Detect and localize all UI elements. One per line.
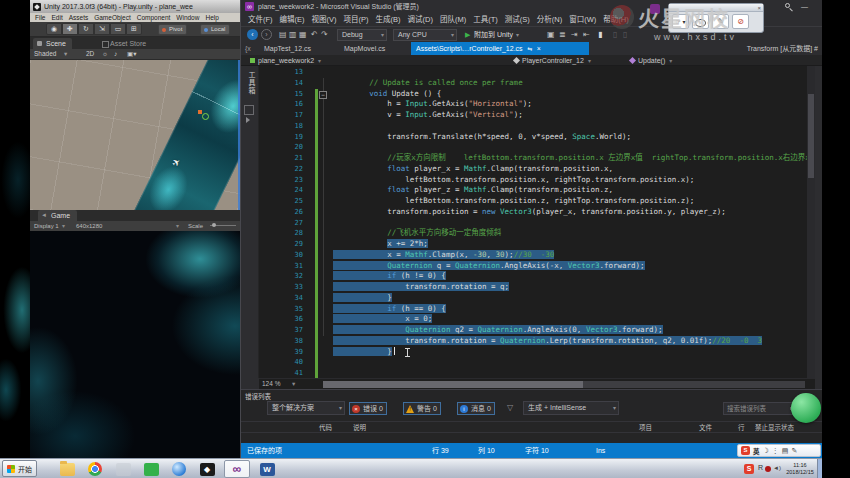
horizontal-scrollbar[interactable] bbox=[323, 381, 805, 388]
hand-tool-icon[interactable] bbox=[46, 23, 62, 35]
code-line-39[interactable]: 39 } bbox=[259, 347, 815, 358]
vs-menu-7[interactable]: 工具(T) bbox=[473, 13, 498, 26]
annotation-toolbar[interactable] bbox=[668, 3, 764, 33]
vs-menu-0[interactable]: 文件(F) bbox=[248, 13, 273, 26]
punctuation-icon[interactable] bbox=[772, 446, 779, 455]
code-line-25[interactable]: 25 leftBottom.transform.position.z, righ… bbox=[259, 196, 815, 207]
tab-maptest[interactable]: MapTest_12.cs bbox=[259, 42, 316, 55]
code-line-40[interactable]: 40 bbox=[259, 357, 815, 368]
scene-view[interactable] bbox=[30, 60, 240, 210]
navigate-forward-icon[interactable]: › bbox=[261, 29, 272, 40]
local-button[interactable]: Local bbox=[200, 24, 230, 35]
purple-tray-icon[interactable] bbox=[650, 4, 660, 14]
scale-tool-icon[interactable] bbox=[94, 23, 110, 35]
comment-icon[interactable]: ▣ bbox=[547, 29, 555, 41]
level-background-sprite[interactable] bbox=[120, 60, 240, 210]
vs-menu-10[interactable]: 窗口(W) bbox=[569, 13, 596, 26]
code-line-13[interactable]: 13 bbox=[259, 67, 815, 78]
expand-arrow-icon[interactable] bbox=[246, 117, 250, 123]
code-line-28[interactable]: 28 //飞机水平方向移动一定角度倾斜 bbox=[259, 228, 815, 239]
error-scope-dropdown[interactable]: 整个解决方案 bbox=[267, 401, 345, 415]
unity-titlebar[interactable]: Unity 2017.3.0f3 (64bit) - Play.unity - … bbox=[30, 0, 240, 13]
taskbar-visual-studio-button[interactable] bbox=[224, 460, 250, 478]
indent-icon[interactable]: ⇥ bbox=[571, 29, 578, 41]
unity-menu-6[interactable]: Help bbox=[205, 13, 218, 22]
vs-menu-6[interactable]: 团队(M) bbox=[440, 13, 466, 26]
unity-menu-5[interactable]: Window bbox=[176, 13, 199, 22]
vs-menu-8[interactable]: 测试(S) bbox=[505, 13, 530, 26]
resolution-dropdown[interactable]: 640x1280 bbox=[76, 221, 102, 231]
move-tool-icon[interactable] bbox=[62, 23, 78, 35]
code-line-24[interactable]: 24 float player_z = Mathf.Clamp(transfor… bbox=[259, 185, 815, 196]
code-line-41[interactable]: 41 bbox=[259, 368, 815, 378]
solution-config-dropdown[interactable]: Debug bbox=[337, 29, 387, 41]
code-line-37[interactable]: 37 Quaternion q2 = Quaternion.AngleAxis(… bbox=[259, 325, 815, 336]
2d-toggle[interactable]: 2D bbox=[86, 49, 94, 59]
tray-letter-icon[interactable]: R bbox=[758, 464, 763, 471]
warnings-filter-button[interactable]: 警告 0 bbox=[403, 402, 441, 415]
error-column-0[interactable]: 代码 bbox=[319, 422, 332, 434]
code-line-14[interactable]: 14 // Update is called once per frame bbox=[259, 78, 815, 89]
code-line-35[interactable]: 35 if (h == 0) { bbox=[259, 304, 815, 315]
tray-volume-icon[interactable]: ◄) bbox=[773, 465, 781, 471]
vs-menu-9[interactable]: 分析(N) bbox=[537, 13, 562, 26]
code-line-36[interactable]: 36 x = 0; bbox=[259, 314, 815, 325]
scrollbar-thumb[interactable] bbox=[808, 94, 814, 178]
soft-keyboard-icon[interactable] bbox=[782, 446, 789, 455]
cursor-tool-icon[interactable] bbox=[672, 14, 689, 29]
unity-menu-0[interactable]: File bbox=[35, 13, 45, 22]
code-line-29[interactable]: 29 x += 2*h; bbox=[259, 239, 815, 250]
undo-icon[interactable]: ↶ bbox=[311, 29, 318, 41]
unity-menu-2[interactable]: Assets bbox=[69, 13, 89, 22]
vs-menu-1[interactable]: 编辑(E) bbox=[280, 13, 305, 26]
handwriting-icon[interactable] bbox=[791, 446, 797, 455]
tab-game[interactable]: Game bbox=[38, 210, 77, 221]
tray-record-icon[interactable] bbox=[765, 466, 771, 472]
error-column-1[interactable]: 说明 bbox=[353, 422, 366, 434]
attach-to-unity-button[interactable]: 附加到 Unity bbox=[465, 29, 519, 41]
filter-icon[interactable]: ▽ bbox=[507, 403, 513, 412]
taskbar-unity-button[interactable] bbox=[194, 460, 220, 478]
rotate-tool-icon[interactable] bbox=[78, 23, 94, 35]
tab-scene[interactable]: Scene bbox=[33, 38, 72, 49]
taskbar-chrome-button[interactable] bbox=[82, 460, 108, 478]
save-icon[interactable]: ▦ bbox=[299, 29, 307, 41]
tab-transform-metadata[interactable]: Transform [从元数据] # bbox=[747, 42, 818, 55]
taskbar-browser-button[interactable] bbox=[166, 460, 192, 478]
code-line-21[interactable]: 21 //玩家x方向限制 leftBottom.transform.positi… bbox=[259, 153, 815, 164]
code-line-20[interactable]: 20 bbox=[259, 142, 815, 153]
errors-filter-button[interactable]: 错误 0 bbox=[349, 402, 387, 415]
taskbar-app-button[interactable] bbox=[110, 460, 136, 478]
keep-open-icon[interactable] bbox=[523, 45, 533, 52]
taskbar-clock[interactable]: 11:16 2018/12/15 bbox=[782, 462, 818, 476]
panel-icon[interactable] bbox=[244, 105, 254, 115]
code-line-31[interactable]: 31 Quaternion q = Quaternion.AngleAxis(-… bbox=[259, 261, 815, 272]
code-line-17[interactable]: 17 v = Input.GetAxis("Vertical"); bbox=[259, 110, 815, 121]
bookmark-icon[interactable]: ▮ bbox=[598, 29, 602, 41]
floating-assistant-button[interactable] bbox=[791, 393, 821, 423]
start-button[interactable]: 开始 bbox=[2, 460, 37, 477]
transform-tool-icon[interactable] bbox=[126, 23, 142, 35]
messages-filter-button[interactable]: 消息 0 bbox=[457, 402, 495, 415]
error-column-4[interactable]: 行 bbox=[738, 422, 745, 434]
callout-tool-icon[interactable] bbox=[692, 14, 709, 29]
navigate-back-icon[interactable]: ‹ bbox=[247, 29, 258, 40]
taskbar-green-app-button[interactable] bbox=[138, 460, 164, 478]
code-line-18[interactable]: 18 bbox=[259, 121, 815, 132]
code-line-19[interactable]: 19 transform.Translate(h*speed, 0, v*spe… bbox=[259, 132, 815, 143]
ime-toolbar[interactable]: S 英 bbox=[737, 444, 821, 457]
redo-icon[interactable]: ↷ bbox=[321, 29, 328, 41]
quick-launch-search-icon[interactable] bbox=[785, 3, 790, 8]
taskbar-explorer-button[interactable] bbox=[54, 460, 80, 478]
code-line-38[interactable]: 38 transform.rotation = Quaternion.Lerp(… bbox=[259, 336, 815, 347]
display-dropdown[interactable]: Display 1 bbox=[34, 221, 59, 231]
tray-sogou-icon[interactable]: S bbox=[744, 464, 754, 474]
uncomment-icon[interactable]: ≣ bbox=[559, 29, 566, 41]
minimize-icon[interactable]: — bbox=[801, 0, 808, 13]
open-file-icon[interactable]: ▥ bbox=[289, 29, 297, 41]
rect-tool-icon[interactable] bbox=[110, 23, 126, 35]
vs-menu-2[interactable]: 视图(V) bbox=[312, 13, 337, 26]
collapse-icon[interactable]: − bbox=[319, 91, 327, 99]
error-column-2[interactable]: 项目 bbox=[639, 422, 652, 434]
code-line-27[interactable]: 27 bbox=[259, 218, 815, 229]
